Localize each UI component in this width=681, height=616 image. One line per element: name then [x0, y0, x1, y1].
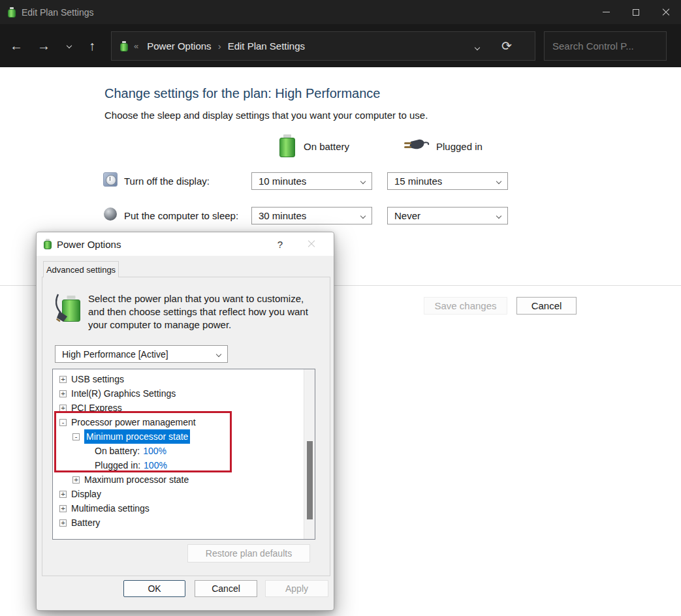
forward-button[interactable]: →	[33, 24, 55, 67]
chevron-down-icon	[496, 213, 501, 218]
close-icon	[662, 8, 670, 16]
breadcrumb-power-options[interactable]: Power Options	[147, 40, 211, 52]
page-subtitle: Choose the sleep and display settings th…	[104, 110, 428, 121]
search-box[interactable]	[544, 31, 667, 61]
tree-scrollbar[interactable]	[304, 369, 315, 539]
expand-icon[interactable]: +	[59, 390, 67, 397]
recent-pages-chevron-icon[interactable]	[60, 24, 78, 67]
maximize-button[interactable]	[621, 0, 651, 24]
minimize-button[interactable]	[591, 0, 621, 24]
tree-item-battery[interactable]: +Battery	[53, 516, 304, 530]
power-options-dialog: Power Options ? Advanced settings Select…	[36, 232, 334, 611]
tree-item-plugged-in-setting[interactable]: Plugged in:100%	[53, 458, 304, 472]
plugged-in-value-link[interactable]: 100%	[144, 458, 167, 472]
selected-tree-label: Minimum processor state	[84, 429, 190, 444]
tree-item-display[interactable]: +Display	[53, 487, 304, 501]
dialog-help-button[interactable]: ?	[267, 232, 293, 256]
tree-item-multimedia-settings[interactable]: +Multimedia settings	[53, 501, 304, 516]
expand-icon[interactable]: +	[72, 476, 80, 484]
sleep-on-battery-select[interactable]: 30 minutes	[251, 207, 372, 224]
turn-off-display-label: Turn off the display:	[124, 176, 210, 187]
app-battery-icon	[8, 7, 16, 18]
navigation-toolbar: ← → ↑ « Power Options › Edit Plan Settin…	[0, 24, 681, 67]
chevron-down-icon	[496, 178, 501, 183]
tree-item-intel-graphics[interactable]: +Intel(R) Graphics Settings	[53, 386, 304, 401]
address-bar[interactable]: « Power Options › Edit Plan Settings ⟳	[111, 31, 535, 61]
back-button[interactable]: ←	[5, 24, 27, 67]
close-button[interactable]	[651, 0, 681, 24]
location-battery-icon	[120, 41, 128, 52]
tree-scrollbar-thumb[interactable]	[307, 441, 313, 519]
on-battery-column-header: On battery	[304, 141, 349, 152]
maximize-icon	[633, 9, 639, 16]
breadcrumb-edit-plan-settings[interactable]: Edit Plan Settings	[228, 40, 305, 52]
dialog-cancel-button[interactable]: Cancel	[195, 580, 257, 597]
up-button[interactable]: ↑	[81, 24, 103, 67]
display-plugged-in-select[interactable]: 15 minutes	[387, 172, 508, 190]
restore-plan-defaults-button[interactable]: Restore plan defaults	[187, 544, 310, 562]
tab-advanced-settings[interactable]: Advanced settings	[43, 261, 119, 277]
chevron-down-icon	[360, 178, 366, 183]
dialog-title-bar: Power Options ?	[37, 232, 334, 256]
dialog-title: Power Options	[57, 239, 121, 250]
on-battery-value-link[interactable]: 100%	[143, 444, 166, 458]
expand-icon[interactable]: +	[59, 491, 67, 498]
ok-button[interactable]: OK	[123, 580, 185, 597]
expand-icon[interactable]: +	[59, 519, 67, 527]
save-changes-button[interactable]: Save changes	[424, 297, 507, 315]
refresh-icon[interactable]: ⟳	[501, 38, 512, 54]
power-plan-select[interactable]: High Performance [Active]	[55, 345, 228, 363]
window-title: Edit Plan Settings	[22, 7, 94, 18]
collapse-icon[interactable]: -	[59, 419, 67, 426]
expand-icon[interactable]: +	[59, 505, 67, 512]
dialog-description: Select the power plan that you want to c…	[88, 292, 318, 331]
address-dropdown-icon[interactable]	[475, 40, 479, 52]
dialog-close-button[interactable]	[298, 232, 325, 256]
title-bar: Edit Plan Settings	[0, 0, 681, 24]
breadcrumb-collapse-icon[interactable]: «	[134, 41, 138, 51]
advanced-settings-tree: +USB settings +Intel(R) Graphics Setting…	[52, 369, 315, 540]
dialog-battery-plug-icon	[44, 239, 52, 249]
power-plan-icon	[55, 293, 86, 324]
tree-item-processor-power-management[interactable]: -Processor power management	[53, 415, 304, 429]
tree-item-minimum-processor-state[interactable]: -Minimum processor state	[53, 429, 304, 444]
display-clock-icon	[103, 172, 118, 187]
apply-button[interactable]: Apply	[265, 580, 328, 597]
minimize-icon	[603, 12, 610, 12]
collapse-icon[interactable]: -	[72, 433, 80, 440]
sleep-label: Put the computer to sleep:	[124, 210, 238, 221]
expand-icon[interactable]: +	[59, 405, 67, 412]
tree-item-maximum-processor-state[interactable]: +Maximum processor state	[53, 472, 304, 487]
search-input[interactable]	[545, 40, 681, 52]
on-battery-icon	[279, 134, 295, 157]
breadcrumb-separator-icon: ›	[218, 40, 221, 52]
sleep-icon	[104, 208, 117, 221]
tree-item-pci-express[interactable]: +PCI Express	[53, 401, 304, 415]
plugged-in-icon	[402, 137, 430, 154]
plugged-in-column-header: Plugged in	[436, 141, 483, 152]
close-icon	[308, 240, 316, 249]
chevron-down-icon	[216, 351, 221, 356]
main-cancel-button[interactable]: Cancel	[516, 297, 577, 315]
page-title: Change settings for the plan: High Perfo…	[104, 86, 380, 101]
dialog-tab-page: Select the power plan that you want to c…	[42, 277, 330, 576]
expand-icon[interactable]: +	[59, 376, 67, 383]
display-on-battery-select[interactable]: 10 minutes	[251, 172, 372, 190]
sleep-plugged-in-select[interactable]: Never	[387, 207, 508, 224]
tree-item-on-battery-setting[interactable]: On battery:100%	[53, 444, 304, 458]
chevron-down-icon	[360, 213, 366, 218]
tree-item-usb-settings[interactable]: +USB settings	[53, 372, 304, 386]
